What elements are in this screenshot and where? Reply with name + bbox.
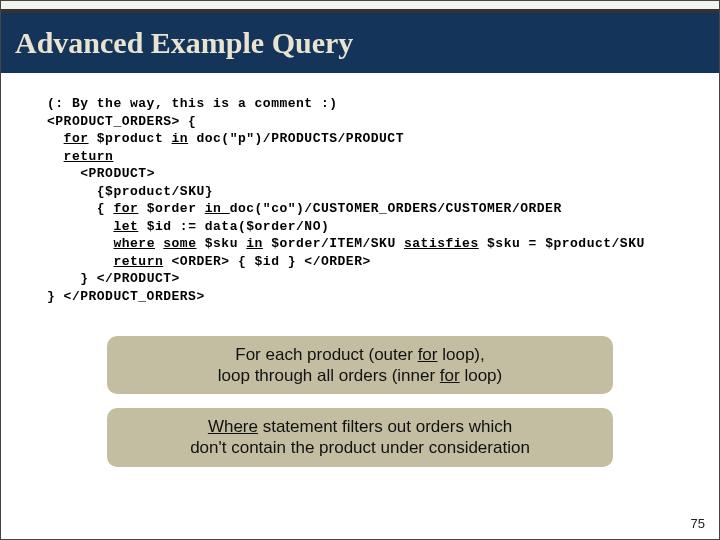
kw-in: in bbox=[246, 236, 263, 251]
callout-text: loop), bbox=[437, 345, 484, 364]
callouts: For each product (outer for loop), loop … bbox=[47, 336, 673, 467]
kw-let: let bbox=[113, 219, 138, 234]
code-line: (: By the way, this is a comment :) bbox=[47, 96, 338, 111]
code-line: <PRODUCT> bbox=[80, 166, 155, 181]
kw-satisfies: satisfies bbox=[404, 236, 479, 251]
code-text: { bbox=[97, 201, 114, 216]
callout-text: loop through all orders (inner bbox=[218, 366, 440, 385]
kw-for: for bbox=[64, 131, 89, 146]
code-text: doc("co")/CUSTOMER_ORDERS/CUSTOMER/ORDER bbox=[230, 201, 562, 216]
page-number: 75 bbox=[691, 516, 705, 531]
kw-in: in bbox=[172, 131, 189, 146]
kw-some: some bbox=[163, 236, 196, 251]
slide-title: Advanced Example Query bbox=[15, 26, 353, 60]
code-line: <PRODUCT_ORDERS> { bbox=[47, 114, 196, 129]
code-text: $order bbox=[138, 201, 204, 216]
code-text: $order/ITEM/SKU bbox=[263, 236, 404, 251]
kw-return: return bbox=[113, 254, 163, 269]
code-text: $product bbox=[89, 131, 172, 146]
slide: Advanced Example Query (: By the way, th… bbox=[0, 0, 720, 540]
title-bar: Advanced Example Query bbox=[1, 11, 719, 73]
kw-for: for bbox=[113, 201, 138, 216]
callout-text: loop) bbox=[460, 366, 503, 385]
code-text: <ORDER> { $id } </ORDER> bbox=[163, 254, 371, 269]
code-text: $id := data($order/NO) bbox=[138, 219, 329, 234]
code-text: $sku = $product/SKU bbox=[479, 236, 645, 251]
callout-for-loop: For each product (outer for loop), loop … bbox=[107, 336, 613, 395]
top-strip bbox=[1, 1, 719, 11]
slide-content: (: By the way, this is a comment :) <PRO… bbox=[1, 73, 719, 467]
code-block: (: By the way, this is a comment :) <PRO… bbox=[47, 95, 673, 306]
callout-text: don't contain the product under consider… bbox=[190, 438, 530, 457]
kw-where: where bbox=[113, 236, 155, 251]
callout-where: Where statement filters out orders which… bbox=[107, 408, 613, 467]
callout-underline: for bbox=[418, 345, 438, 364]
callout-text: For each product (outer bbox=[235, 345, 417, 364]
callout-underline: Where bbox=[208, 417, 258, 436]
code-line: } </PRODUCT> bbox=[80, 271, 180, 286]
code-line: } </PRODUCT_ORDERS> bbox=[47, 289, 205, 304]
code-text: doc("p")/PRODUCTS/PRODUCT bbox=[188, 131, 404, 146]
callout-underline: for bbox=[440, 366, 460, 385]
callout-text: statement filters out orders which bbox=[258, 417, 512, 436]
kw-return: return bbox=[64, 149, 114, 164]
code-line: {$product/SKU} bbox=[97, 184, 213, 199]
kw-in: in bbox=[205, 201, 230, 216]
code-text bbox=[155, 236, 163, 251]
code-text: $sku bbox=[196, 236, 246, 251]
